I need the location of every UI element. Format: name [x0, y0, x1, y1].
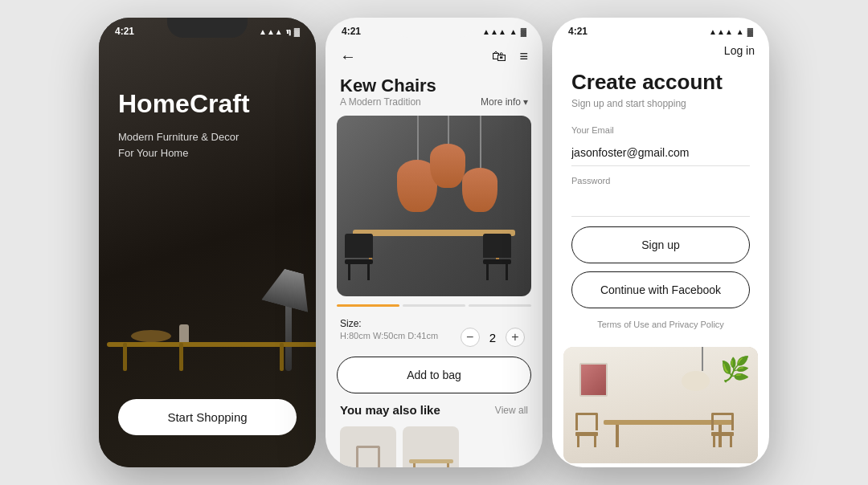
table-leg-1	[123, 343, 127, 371]
plant-icon: 🌿	[720, 355, 750, 383]
wifi-icon-2: ▲	[510, 27, 518, 36]
prog-dot-1	[337, 304, 399, 307]
subtitle-row: A Modern Tradition More info ▾	[340, 96, 528, 108]
time-3: 4:21	[568, 26, 588, 37]
mini-products-list	[326, 422, 542, 467]
phone-3-content: Create account Sign up and start shoppin…	[552, 63, 769, 347]
chevron-down-icon: ▾	[523, 96, 528, 108]
more-info-button[interactable]: More info ▾	[481, 96, 528, 108]
wifi-icon-3: ▲	[736, 27, 744, 36]
prog-dot-2	[403, 304, 465, 307]
phones-container: 4:21 ▲▲▲ 𝛈 ▓ HomeCraft Modern Furniture …	[83, 2, 785, 483]
mini-product-2[interactable]	[403, 426, 459, 467]
notch-3	[620, 18, 701, 38]
phone-2-title: Kew Chairs A Modern Tradition More info …	[326, 72, 542, 112]
phone-2-header: ← 🛍 ≡	[326, 41, 542, 72]
password-input-group: Password	[571, 176, 750, 217]
email-field[interactable]	[571, 138, 750, 166]
lamp-icon	[285, 275, 292, 371]
quantity-decrease-button[interactable]: −	[461, 328, 480, 347]
bowl-decor	[131, 330, 171, 342]
status-icons-2: ▲▲▲ ▲ ▓	[482, 27, 526, 36]
log-in-button[interactable]: Log in	[724, 44, 755, 57]
brand-title: HomeCraft	[118, 90, 297, 118]
phone-3-header: Log in	[552, 41, 769, 63]
battery-icon-3: ▓	[747, 27, 753, 36]
product-title: Kew Chairs	[340, 75, 528, 96]
room-chair-1	[575, 413, 598, 447]
phone-1-content: HomeCraft Modern Furniture & Decor For Y…	[118, 90, 297, 161]
notch-2	[394, 18, 474, 38]
phone-2-kewchairs: 4:21 ▲▲▲ ▲ ▓ ← 🛍 ≡ Kew Chairs A Modern T…	[326, 18, 542, 467]
phone-1-homecraft: 4:21 ▲▲▲ 𝛈 ▓ HomeCraft Modern Furniture …	[99, 18, 316, 467]
tagline: Modern Furniture & Decor For Your Home	[118, 129, 297, 161]
quantity-increase-button[interactable]: +	[506, 328, 525, 347]
table-top	[107, 342, 316, 347]
password-field[interactable]	[571, 189, 750, 217]
chair-2	[483, 234, 511, 280]
add-to-bag-button[interactable]: Add to bag	[337, 357, 531, 393]
wifi-icon-1: 𝛈	[286, 26, 291, 36]
canister-decor	[179, 324, 189, 342]
create-account-title: Create account	[571, 70, 750, 95]
table-leg-3	[280, 343, 284, 371]
view-all-button[interactable]: View all	[495, 405, 528, 416]
cart-icon[interactable]: 🛍	[492, 48, 506, 65]
product-subtitle: A Modern Tradition	[340, 96, 421, 108]
signal-icon-1: ▲▲▲	[259, 27, 283, 36]
phone-3-createaccount: 4:21 ▲▲▲ ▲ ▓ Log in Create account Sign …	[552, 18, 769, 467]
email-input-group: Your Email	[571, 125, 750, 166]
also-like-section: You may also like View all	[326, 398, 542, 422]
furniture-scene	[99, 210, 316, 403]
signup-button[interactable]: Sign up	[571, 226, 750, 263]
signal-icon-3: ▲▲▲	[709, 27, 733, 36]
time-1: 4:21	[115, 26, 134, 37]
phone-1-bottom: Start Shopping	[118, 399, 297, 435]
create-account-tagline: Sign up and start shopping	[571, 98, 750, 109]
status-icons-1: ▲▲▲ 𝛈 ▓	[259, 26, 300, 36]
table-leg-2	[179, 343, 183, 371]
signal-icon-2: ▲▲▲	[482, 27, 506, 36]
painting-decor	[579, 363, 608, 397]
status-icons-3: ▲▲▲ ▲ ▓	[709, 27, 753, 36]
start-shopping-button[interactable]: Start Shopping	[118, 399, 297, 435]
battery-icon-1: ▓	[294, 27, 300, 36]
image-progress	[326, 300, 542, 312]
product-image	[337, 116, 531, 296]
menu-icon[interactable]: ≡	[519, 48, 528, 65]
notch-1	[167, 18, 248, 38]
prog-dot-3	[469, 304, 531, 307]
email-label: Your Email	[571, 125, 750, 135]
room-chair-2	[711, 413, 734, 447]
also-like-title: You may also like	[340, 403, 440, 417]
facebook-button[interactable]: Continue with Facebook	[571, 271, 750, 308]
chair-1	[345, 234, 373, 280]
mini-product-1[interactable]	[340, 426, 396, 467]
battery-icon-2: ▓	[521, 27, 526, 36]
hanging-lamp-decor	[694, 347, 710, 391]
time-2: 4:21	[342, 26, 361, 37]
quantity-display: 2	[489, 331, 496, 344]
header-icons: 🛍 ≡	[492, 48, 528, 65]
size-section: Size: H:80cm W:50cm D:41cm − 2 +	[326, 312, 542, 352]
room-image: 🌿	[563, 347, 758, 463]
back-button[interactable]: ←	[340, 47, 356, 66]
password-label: Password	[571, 176, 750, 185]
terms-text: Terms of Use and Privacy Policy	[571, 320, 750, 329]
